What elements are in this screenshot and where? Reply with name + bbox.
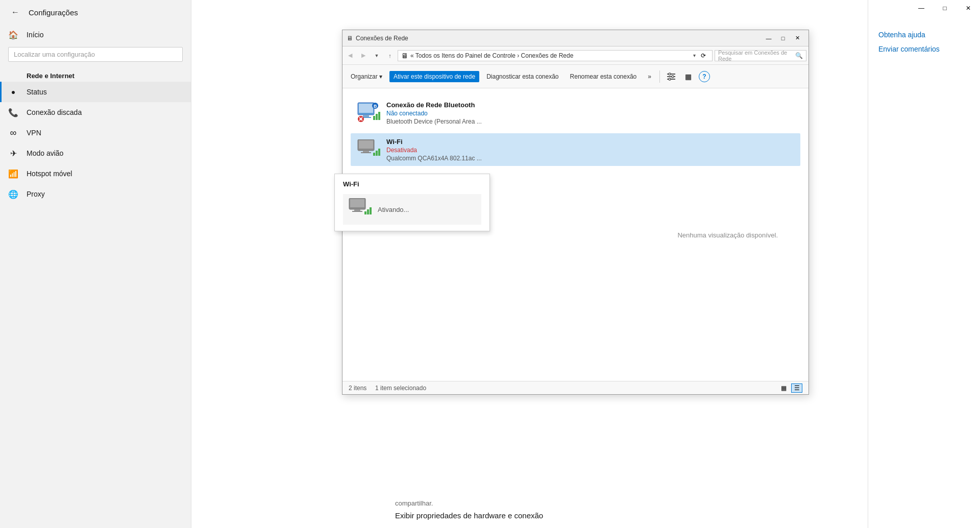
explorer-close-button[interactable]: ✕ [790,33,804,44]
maximize-button[interactable]: □ [933,0,957,16]
sidebar-item-proxy[interactable]: 🌐 Proxy [0,184,191,204]
items-count: 2 itens [349,385,366,392]
sidebar-item-hotspot[interactable]: 📶 Hotspot móvel [0,163,191,184]
svg-point-3 [669,73,671,75]
svg-rect-21 [361,152,371,153]
ribbon-separator [659,70,660,83]
bottom-share-text: compartilhar. [395,499,743,507]
explorer-navigation-toolbar: ◀ ▶ ▼ ↑ 🖥 « Todos os Itens do Painel de … [342,46,808,65]
wifi-tooltip-popup: Wi-Fi Ativando... [334,174,490,231]
selected-count: 1 item selecionado [375,385,426,392]
svg-rect-27 [354,209,360,211]
send-feedback-link[interactable]: Enviar comentários [878,45,970,53]
tooltip-icon [347,198,372,221]
explorer-maximize-button[interactable]: □ [776,33,790,44]
svg-rect-19 [359,140,373,149]
explorer-title-icon: 🖥 [347,35,353,42]
bottom-content: compartilhar. Exibir propriedades de har… [383,491,755,528]
wifi-status: Desativada [386,147,482,154]
nav-forward-button[interactable]: ▶ [358,50,369,61]
address-chevron-icon[interactable]: ▾ [693,53,696,58]
svg-rect-23 [376,151,378,156]
bluetooth-network-info: Conexão de Rede Bluetooth Não conectado … [386,101,482,125]
bluetooth-network-icon: B [356,101,380,125]
svg-rect-11 [376,114,378,120]
svg-point-5 [669,78,671,80]
explorer-statusbar: 2 itens 1 item selecionado ▦ ☰ [342,381,808,394]
get-help-link[interactable]: Obtenha ajuda [878,31,970,39]
wifi-network-icon [356,137,380,162]
explorer-connections-list: B Conexão de Rede Bluetooth Não conectad… [342,88,808,381]
ativar-button[interactable]: Ativar este dispositivo de rede [389,71,479,82]
section-header-rede: Rede e Internet [0,68,191,82]
explorer-search-placeholder: Pesquisar em Conexões de Rede [718,50,793,62]
sidebar-proxy-label: Proxy [27,190,45,198]
more-ribbon-button[interactable]: » [644,71,655,82]
ribbon-view-icon-button[interactable]: ▦ [681,69,696,84]
svg-rect-24 [378,149,380,156]
bluetooth-adapter-icon: B [356,101,380,125]
hotspot-icon: 📶 [8,169,18,179]
svg-rect-8 [363,115,369,117]
sidebar-item-vpn[interactable]: ∞ VPN [0,123,191,143]
address-text: « Todos os Itens do Painel de Controle ›… [410,52,691,59]
right-panel: Obtenha ajuda Enviar comentários [868,0,980,528]
statusbar-view-controls: ▦ ☰ [778,383,802,393]
wifi-name: Wi-Fi [386,138,482,146]
sidebar-inicio-label: Início [27,31,43,39]
explorer-title-left: 🖥 Conexões de Rede [347,35,408,42]
bluetooth-connection-item[interactable]: B Conexão de Rede Bluetooth Não conectad… [351,97,800,129]
svg-rect-20 [363,151,369,152]
explorer-minimize-button[interactable]: — [762,33,776,44]
svg-rect-7 [359,104,373,113]
svg-rect-28 [352,211,362,212]
settings-sidebar: ← Configurações — □ ✕ 🏠 Início Localizar… [0,0,191,528]
minimize-button[interactable]: — [910,0,933,16]
explorer-title-text: Conexões de Rede [356,35,408,42]
tooltip-status-text: Ativando... [378,206,409,213]
help-button[interactable]: ? [699,71,710,82]
address-icon: 🖥 [401,52,408,60]
settings-icon [667,73,675,81]
refresh-button[interactable]: ⟳ [698,50,709,61]
grid-view-button[interactable]: ▦ [778,383,789,393]
wifi-connection-item[interactable]: Wi-Fi Desativada Qualcomm QCA61x4A 802.1… [351,133,800,166]
svg-rect-30 [367,209,369,214]
nav-up-button[interactable]: ↑ [384,50,396,61]
sidebar-item-inicio[interactable]: 🏠 Início [0,25,191,45]
ribbon-settings-icon-button[interactable] [664,69,678,84]
wifi-network-info: Wi-Fi Desativada Qualcomm QCA61x4A 802.1… [386,138,482,162]
main-content: 🖥 Conexões de Rede — □ ✕ ◀ ▶ ▼ ↑ 🖥 « Tod… [191,0,868,528]
bt-icon-wrapper: B [356,101,380,125]
wifi-adapter-icon [356,139,380,160]
list-view-button[interactable]: ☰ [791,383,802,393]
diagnosticar-button[interactable]: Diagnosticar esta conexão [482,71,562,82]
hardware-properties-link[interactable]: Exibir propriedades de hardware e conexã… [395,511,743,520]
svg-point-4 [672,76,674,78]
explorer-search-bar[interactable]: Pesquisar em Conexões de Rede 🔍 [715,50,806,61]
explorer-search-icon: 🔍 [795,52,803,59]
nav-back-button[interactable]: ◀ [345,50,356,61]
sidebar-item-conexao-discada[interactable]: 📞 Conexão discada [0,102,191,123]
sidebar-item-status[interactable]: ● Status [0,82,191,102]
settings-window-controls: — □ ✕ [910,0,980,16]
sidebar-item-modo-aviao[interactable]: ✈ Modo avião [0,143,191,163]
sidebar-vpn-label: VPN [27,129,41,137]
tooltip-content: Ativando... [343,194,481,225]
wifi-adapter: Qualcomm QCA61x4A 802.11ac ... [386,155,482,162]
settings-search-box[interactable]: Localizar uma configuração [8,47,183,62]
address-bar[interactable]: 🖥 « Todos os Itens do Painel de Controle… [398,50,713,61]
renomear-button[interactable]: Renomear esta conexão [566,71,641,82]
svg-rect-12 [378,112,380,120]
back-button[interactable]: ← [8,5,22,19]
status-icon: ● [8,87,18,97]
organizar-button[interactable]: Organizar ▾ [347,71,386,82]
bluetooth-name: Conexão de Rede Bluetooth [386,101,482,109]
explorer-titlebar: 🖥 Conexões de Rede — □ ✕ [342,30,808,46]
close-button[interactable]: ✕ [957,0,980,16]
nav-recent-button[interactable]: ▼ [371,50,382,61]
proxy-icon: 🌐 [8,189,18,199]
sidebar-discada-label: Conexão discada [27,108,82,116]
discada-icon: 📞 [8,107,18,117]
sidebar-hotspot-label: Hotspot móvel [27,170,72,178]
